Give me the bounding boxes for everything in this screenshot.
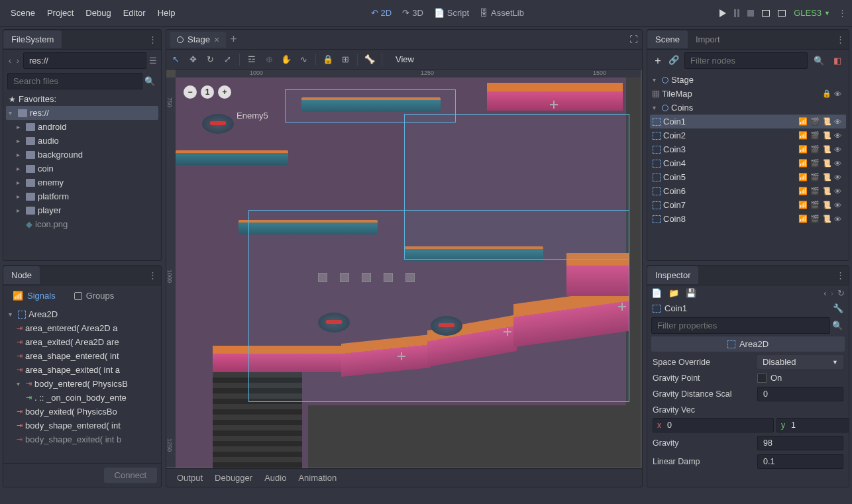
history-icon[interactable]: ↻ bbox=[837, 288, 845, 298]
ruler-tool-icon[interactable]: ∿ bbox=[298, 54, 309, 65]
path-input[interactable] bbox=[23, 52, 146, 69]
filesystem-menu-icon[interactable]: ⋮ bbox=[148, 34, 157, 44]
signal-row[interactable]: ⇥area_exited( Area2D are bbox=[6, 335, 158, 349]
filter-properties-input[interactable] bbox=[651, 317, 830, 334]
instance-icon[interactable]: 🎬 bbox=[810, 187, 820, 195]
script-icon[interactable]: 📜 bbox=[822, 187, 831, 195]
pivot-icon[interactable]: ⊕ bbox=[264, 54, 274, 65]
instance-icon[interactable]: 🎬 bbox=[810, 215, 820, 223]
output-tab[interactable]: Output bbox=[177, 473, 203, 483]
gravity-vec-x-input[interactable] bbox=[665, 419, 773, 432]
folder-background[interactable]: ▸background bbox=[6, 148, 158, 162]
signal-row[interactable]: ⇥body_shape_exited( int b bbox=[6, 432, 158, 446]
checkbox[interactable] bbox=[757, 374, 767, 383]
instance-icon[interactable]: 🎬 bbox=[810, 174, 820, 181]
distraction-free-icon[interactable]: ⛶ bbox=[629, 34, 638, 44]
viewport-canvas[interactable]: 1000 1250 1500 750 1000 1250 bbox=[166, 70, 642, 468]
split-view-icon[interactable]: ☰ bbox=[149, 54, 157, 68]
group-icon[interactable]: ⊞ bbox=[340, 54, 350, 65]
node-coin8[interactable]: Coin8📶🎬📜👁 bbox=[650, 212, 846, 226]
history-back-icon[interactable]: ‹ bbox=[824, 288, 826, 298]
signals-tab[interactable]: 📶Signals bbox=[7, 288, 61, 303]
signal-connection[interactable]: ⇥. :: _on_coin_body_ente bbox=[6, 391, 158, 405]
scene-menu-icon[interactable]: ⋮ bbox=[836, 34, 845, 44]
node-stage[interactable]: ▾Stage bbox=[650, 73, 846, 87]
script-icon[interactable]: 📜 bbox=[822, 132, 831, 140]
script-icon[interactable]: 📜 bbox=[822, 118, 831, 126]
menu-scene[interactable]: Scene bbox=[11, 8, 35, 18]
script-icon[interactable]: 📜 bbox=[822, 146, 831, 154]
menu-debug[interactable]: Debug bbox=[85, 8, 111, 18]
prop-gravity-input[interactable] bbox=[757, 436, 843, 450]
signal-icon[interactable]: 📶 bbox=[798, 160, 808, 168]
folder-enemy[interactable]: ▸enemy bbox=[6, 176, 158, 189]
search-icon[interactable]: 🔍 bbox=[830, 321, 845, 330]
load-resource-icon[interactable]: 📁 bbox=[668, 288, 679, 298]
pause-icon[interactable] bbox=[734, 9, 739, 17]
signal-row[interactable]: ▾⇥body_entered( PhysicsB bbox=[6, 377, 158, 391]
signal-row[interactable]: ⇥area_shape_exited( int a bbox=[6, 363, 158, 377]
folder-coin[interactable]: ▸coin bbox=[6, 162, 158, 176]
instance-icon[interactable]: 🔗 bbox=[668, 55, 680, 67]
play-icon[interactable] bbox=[719, 9, 726, 17]
view-menu[interactable]: View bbox=[396, 54, 414, 64]
folder-android[interactable]: ▸android bbox=[6, 120, 158, 134]
audio-tab[interactable]: Audio bbox=[264, 473, 286, 483]
menu-project[interactable]: Project bbox=[47, 8, 74, 18]
file-icon-png[interactable]: ◆icon.png bbox=[6, 217, 158, 231]
pan-tool-icon[interactable]: ✋ bbox=[281, 54, 292, 65]
save-resource-icon[interactable]: 💾 bbox=[686, 288, 696, 298]
stop-icon[interactable] bbox=[747, 10, 754, 17]
connect-button[interactable]: Connect bbox=[104, 468, 157, 483]
prop-linear-damp-input[interactable] bbox=[757, 454, 843, 469]
remote-icon[interactable]: ◧ bbox=[830, 56, 845, 66]
search-icon[interactable]: 🔍 bbox=[812, 56, 826, 66]
node-coins[interactable]: ▾Coins bbox=[650, 101, 846, 115]
filter-nodes-input[interactable] bbox=[684, 52, 808, 69]
folder-player[interactable]: ▸player bbox=[6, 203, 158, 217]
bone-icon[interactable]: 🦴 bbox=[364, 54, 375, 65]
mode-script[interactable]: 📄 Script bbox=[434, 8, 469, 18]
move-tool-icon[interactable]: ✥ bbox=[187, 54, 198, 65]
inspector-menu-icon[interactable]: ⋮ bbox=[836, 270, 845, 280]
rotate-tool-icon[interactable]: ↻ bbox=[205, 54, 215, 65]
node-menu-icon[interactable]: ⋮ bbox=[148, 270, 157, 280]
new-resource-icon[interactable]: 📄 bbox=[651, 288, 662, 298]
signal-icon[interactable]: 📶 bbox=[798, 187, 808, 195]
signal-icon[interactable]: 📶 bbox=[798, 174, 808, 181]
add-tab-icon[interactable]: + bbox=[230, 32, 237, 46]
instance-icon[interactable]: 🎬 bbox=[810, 160, 820, 168]
instance-icon[interactable]: 🎬 bbox=[810, 201, 820, 209]
history-fwd-icon[interactable]: › bbox=[831, 288, 833, 298]
tools-icon[interactable]: 🔧 bbox=[833, 303, 843, 313]
scene-dock-tab[interactable]: Scene bbox=[647, 30, 688, 48]
import-dock-tab[interactable]: Import bbox=[688, 30, 728, 48]
nav-back-icon[interactable]: ‹ bbox=[7, 54, 13, 68]
lock-icon[interactable]: 🔒 bbox=[323, 54, 333, 65]
renderer-select[interactable]: GLES3 ▼ bbox=[794, 8, 830, 18]
prop-gravity-dist-input[interactable] bbox=[757, 387, 843, 401]
class-header[interactable]: Area2D bbox=[651, 336, 845, 352]
script-icon[interactable]: 📜 bbox=[822, 160, 831, 168]
instance-icon[interactable]: 🎬 bbox=[810, 132, 820, 140]
node-tilemap[interactable]: TileMap 🔒👁 bbox=[650, 87, 846, 101]
signal-row[interactable]: ⇥area_shape_entered( int bbox=[6, 349, 158, 363]
signal-icon[interactable]: 📶 bbox=[798, 215, 808, 223]
folder-platform[interactable]: ▸platform bbox=[6, 189, 158, 203]
visibility-icon[interactable]: 👁 bbox=[834, 215, 843, 223]
script-icon[interactable]: 📜 bbox=[822, 201, 831, 209]
visibility-icon[interactable]: 👁 bbox=[834, 187, 843, 195]
signal-icon[interactable]: 📶 bbox=[798, 201, 808, 209]
viewport-area[interactable]: Enemy5 bbox=[176, 77, 641, 467]
signal-icon[interactable]: 📶 bbox=[798, 132, 808, 140]
script-icon[interactable]: 📜 bbox=[822, 174, 831, 181]
signal-row[interactable]: ⇥body_shape_entered( int bbox=[6, 419, 158, 432]
visibility-icon[interactable]: 👁 bbox=[834, 146, 843, 154]
play-scene-icon[interactable] bbox=[762, 10, 770, 17]
signal-row[interactable]: ⇥area_entered( Area2D a bbox=[6, 321, 158, 335]
node-coin1[interactable]: Coin1 📶🎬📜👁 bbox=[650, 115, 846, 128]
prop-space-override-select[interactable]: Disabled▼ bbox=[757, 355, 843, 369]
node-coin6[interactable]: Coin6📶🎬📜👁 bbox=[650, 184, 846, 198]
signal-row[interactable]: ⇥body_exited( PhysicsBo bbox=[6, 405, 158, 419]
select-tool-icon[interactable]: ↖ bbox=[170, 54, 181, 65]
